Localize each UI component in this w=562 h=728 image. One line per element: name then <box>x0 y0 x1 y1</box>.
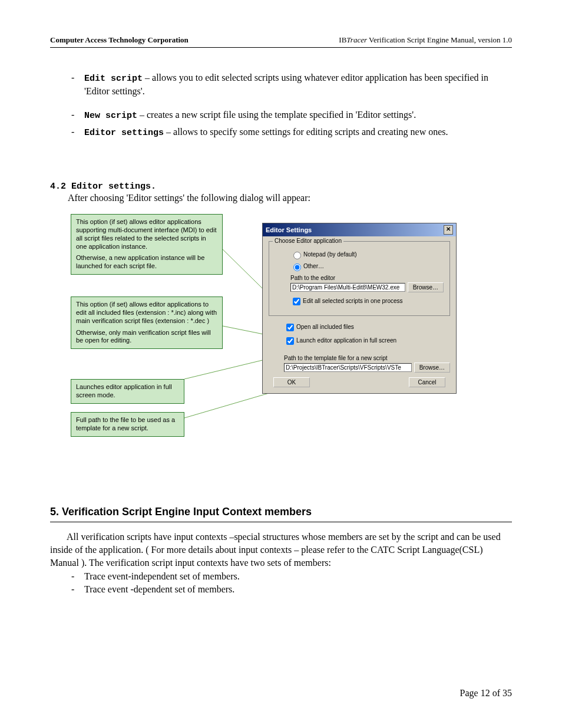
callout-fullscreen: Launches editor application in full scre… <box>71 379 184 404</box>
section-5-divider <box>50 522 512 522</box>
editor-settings-dialog: Editor Settings ✕ Choose Editor applicat… <box>262 223 457 394</box>
dialog-titlebar[interactable]: Editor Settings ✕ <box>263 223 456 236</box>
header-divider <box>50 47 512 48</box>
editor-settings-figure: This option (if set) allows editor appli… <box>50 214 512 450</box>
chk-open-included[interactable] <box>286 324 294 331</box>
radio-notepad[interactable] <box>293 252 301 259</box>
bullet-edit: Edit script – allows you to edit selecte… <box>68 71 512 98</box>
cancel-button[interactable]: Cancel <box>409 377 445 387</box>
groupbox-label: Choose Editor application <box>273 238 343 244</box>
dialog-title: Editor Settings <box>266 226 312 233</box>
bullet-independent: Trace event-independent set of members. <box>68 570 512 583</box>
choose-editor-groupbox: Choose Editor application Notepad (by de… <box>269 241 450 316</box>
callout-mdi: This option (if set) allows editor appli… <box>71 214 223 275</box>
browse-editor-button[interactable]: Browse… <box>408 282 444 292</box>
editor-path-input[interactable] <box>290 283 405 292</box>
close-icon[interactable]: ✕ <box>444 225 453 235</box>
top-bullet-list: Edit script – allows you to edit selecte… <box>68 71 512 139</box>
ok-button[interactable]: OK <box>273 377 310 387</box>
template-path-label: Path to the template file for a new scri… <box>284 355 450 361</box>
radio-other[interactable] <box>293 263 301 271</box>
chk-one-process[interactable] <box>293 298 300 305</box>
callout-template-path: Full path to the file to be used as a te… <box>71 412 184 437</box>
section-4-2-heading: 4.2 Editor settings. <box>50 180 512 192</box>
page-footer: Page 12 of 35 <box>460 688 512 699</box>
header-left: Computer Access Technology Corporation <box>50 35 189 45</box>
radio-other-row[interactable]: Other… <box>290 262 444 271</box>
section-5-title: 5. Verification Script Engine Input Cont… <box>50 506 512 518</box>
radio-notepad-row[interactable]: Notepad (by default) <box>290 250 444 259</box>
section-4-2-para: After choosing 'Editor settings' the fol… <box>68 193 512 203</box>
bullet-editor-settings: Editor settings – allows to specify some… <box>68 126 512 139</box>
bullet-new: New script – creates a new script file u… <box>68 108 512 122</box>
bullet-dependent: Trace event -dependent set of members. <box>68 583 512 596</box>
section-5-para: All verification scripts have input cont… <box>50 531 512 569</box>
header-right: IBTracer Verification Script Engine Manu… <box>339 35 512 45</box>
chk-open-included-row[interactable]: Open all included files <box>284 322 450 333</box>
callout-included-files: This option (if set) allows editor appli… <box>71 297 223 349</box>
chk-fullscreen[interactable] <box>286 337 294 345</box>
chk-fullscreen-row[interactable]: Launch editor application in full screen <box>284 335 450 347</box>
path-to-editor-label: Path to the editor <box>290 275 444 281</box>
section-5-bullets: Trace event-independent set of members. … <box>68 570 512 595</box>
chk-one-process-row[interactable]: Edit all selected scripts in one process <box>290 296 444 307</box>
browse-template-button[interactable]: Browse… <box>414 363 450 373</box>
template-path-input[interactable] <box>284 363 412 372</box>
